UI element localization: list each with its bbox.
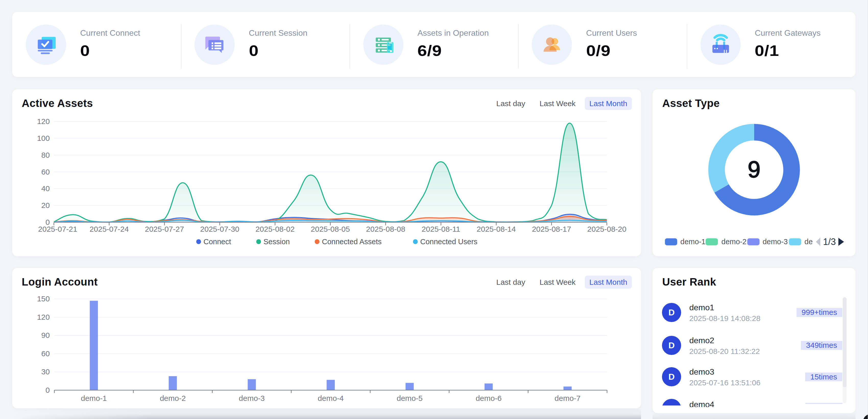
svg-text:20: 20 [41,201,50,210]
svg-text:2025-08-08: 2025-08-08 [366,225,405,233]
svg-text:150: 150 [37,294,50,303]
svg-text:2025-07-21: 2025-07-21 [38,225,77,233]
svg-text:demo-4: demo-4 [318,394,344,402]
svg-text:2025-07-30: 2025-07-30 [200,225,239,233]
svg-text:de: de [804,237,813,246]
svg-text:90: 90 [41,331,50,340]
svg-text:60: 60 [41,168,50,176]
svg-text:demo-1: demo-1 [680,237,705,246]
svg-text:Connect: Connect [204,237,231,246]
svg-text:demo-3: demo-3 [763,237,787,246]
svg-text:Connected Users: Connected Users [420,237,477,246]
svg-text:2025-08-17: 2025-08-17 [532,225,571,233]
svg-text:120: 120 [37,117,50,126]
svg-text:demo-3: demo-3 [239,394,265,402]
svg-text:80: 80 [41,151,50,159]
svg-text:demo-2: demo-2 [721,237,746,246]
svg-text:2025-07-27: 2025-07-27 [145,225,184,233]
svg-text:demo-1: demo-1 [81,394,107,402]
svg-text:2025-08-20: 2025-08-20 [587,225,626,233]
svg-text:demo-5: demo-5 [397,394,423,402]
svg-text:0: 0 [45,386,50,394]
svg-text:2025-08-14: 2025-08-14 [477,225,516,233]
svg-text:100: 100 [37,134,50,142]
svg-text:Connected Assets: Connected Assets [322,237,382,246]
svg-text:1/3: 1/3 [823,236,836,247]
svg-text:demo-6: demo-6 [475,394,502,402]
svg-text:2025-08-05: 2025-08-05 [311,225,350,233]
svg-text:9: 9 [748,157,761,182]
svg-text:2025-08-11: 2025-08-11 [422,225,460,233]
svg-text:demo-7: demo-7 [555,394,581,402]
svg-text:30: 30 [41,367,50,376]
svg-text:demo-2: demo-2 [160,394,186,402]
svg-text:40: 40 [41,184,50,193]
svg-text:Session: Session [264,237,290,246]
svg-text:2025-07-24: 2025-07-24 [90,225,129,233]
svg-text:2025-08-02: 2025-08-02 [255,225,294,233]
svg-text:120: 120 [37,313,50,321]
svg-text:60: 60 [41,349,50,358]
